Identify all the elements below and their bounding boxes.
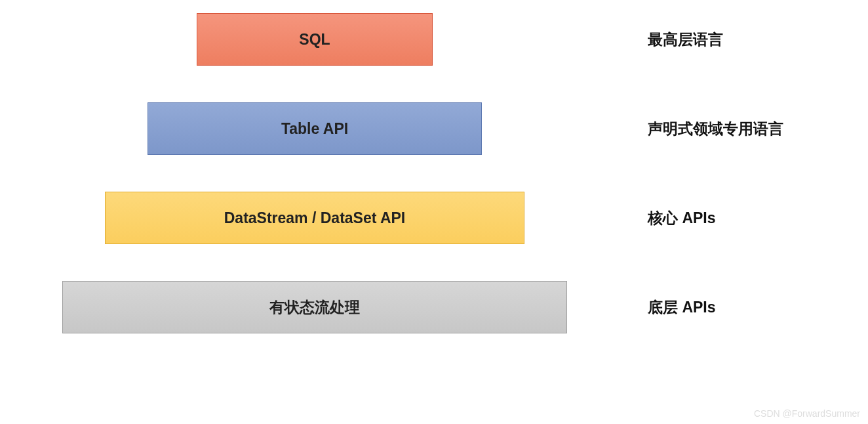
layer-box-datastream: DataStream / DataSet API <box>105 192 524 244</box>
layer-row: 有状态流处理 底层 APIs <box>0 281 868 333</box>
layer-row: DataStream / DataSet API 核心 APIs <box>0 192 868 244</box>
layer-row: Table API 声明式领域专用语言 <box>0 102 868 155</box>
layer-box-table-api: Table API <box>148 102 482 155</box>
layer-row: SQL 最高层语言 <box>0 13 868 66</box>
layer-box-sql: SQL <box>197 13 433 66</box>
box-wrap: Table API <box>0 102 629 155</box>
api-layer-diagram: SQL 最高层语言 Table API 声明式领域专用语言 DataStream… <box>0 13 868 370</box>
box-wrap: 有状态流处理 <box>0 281 629 333</box>
watermark: CSDN @ForwardSummer <box>754 408 860 419</box>
layer-box-stateful: 有状态流处理 <box>62 281 567 333</box>
layer-label: 核心 APIs <box>648 208 716 228</box>
box-wrap: DataStream / DataSet API <box>0 192 629 244</box>
layer-label: 声明式领域专用语言 <box>648 119 783 139</box>
layer-label: 底层 APIs <box>648 297 716 318</box>
layer-label: 最高层语言 <box>648 30 723 50</box>
box-wrap: SQL <box>0 13 629 66</box>
